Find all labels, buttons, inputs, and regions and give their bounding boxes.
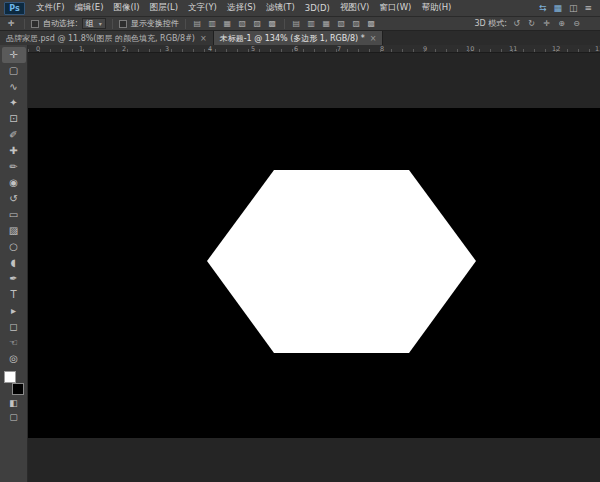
path-selection-tool[interactable]: ▸ [2,303,26,319]
move-tool[interactable]: ✛ [2,47,26,63]
show-transform-label: 显示变换控件 [131,18,179,29]
auto-select-label: 自动选择: [43,18,78,29]
align-bottom-icon[interactable]: ▩ [267,19,278,28]
menu-layer[interactable]: 图层(L) [145,0,183,16]
dodge-tool[interactable]: ◖ [2,255,26,271]
menu-file[interactable]: 文件(F) [31,0,70,16]
healing-brush-tool[interactable]: ✚ [2,143,26,159]
distribute-bottom-icon[interactable]: ▦ [321,19,332,28]
ruler-mark: 5 [251,45,255,53]
ruler-mark: 4 [208,45,212,53]
photoshop-logo: Ps [4,2,25,15]
align-left-icon[interactable]: ▤ [192,19,203,28]
distribute-left-icon[interactable]: ▧ [336,19,347,28]
tab-title: 品牌家居.psd @ 11.8%(图层 的颜色填充, RGB/8#) [6,33,195,44]
eraser-tool[interactable]: ▭ [2,207,26,223]
gradient-tool[interactable]: ▨ [2,223,26,239]
auto-select-dropdown[interactable]: 组 ▾ [82,18,106,29]
bridge-icon[interactable]: ⇆ [539,3,547,13]
menu-window[interactable]: 窗口(W) [374,0,416,16]
quick-mask-icon[interactable]: ◧ [2,396,26,410]
align-middle-icon[interactable]: ▨ [252,19,263,28]
lasso-tool[interactable]: ∿ [2,79,26,95]
brush-tool[interactable]: ✏ [2,159,26,175]
eyedropper-tool[interactable]: ✐ [2,127,26,143]
3d-slide-icon[interactable]: ⊕ [556,19,567,28]
tab-title: 未标题-1 @ 134% (多边形 1, RGB/8) * [220,33,365,44]
ruler-mark: 8 [380,45,384,53]
align-top-icon[interactable]: ▧ [237,19,248,28]
distribute-center-icon[interactable]: ▨ [351,19,362,28]
3d-mode-label: 3D 模式: [475,18,508,29]
distribute-middle-icon[interactable]: ▥ [306,19,317,28]
menu-filter[interactable]: 滤镜(T) [261,0,300,16]
ruler-mark: 11 [509,45,517,53]
distribute-top-icon[interactable]: ▤ [291,19,302,28]
menu-image[interactable]: 图像(I) [109,0,145,16]
history-brush-tool[interactable]: ↺ [2,191,26,207]
hexagon-shape[interactable] [207,170,476,353]
separator [24,19,25,29]
menu-3d[interactable]: 3D(D) [300,0,335,16]
distribute-right-icon[interactable]: ▩ [366,19,377,28]
document-tab-inactive[interactable]: 品牌家居.psd @ 11.8%(图层 的颜色填充, RGB/8#) × [0,31,214,45]
tools-panel: ✛ ▢ ∿ ✦ ⊡ ✐ ✚ ✏ ◉ ↺ ▭ ▨ ○ ◖ ✒ T ▸ ◻ ☜ ◎ … [0,45,28,482]
workspace-switcher-icon[interactable]: ≡ [584,3,592,13]
hand-tool[interactable]: ☜ [2,335,26,351]
menu-edit[interactable]: 编辑(E) [70,0,109,16]
arrange-documents-icon[interactable]: ◫ [569,3,578,13]
3d-drag-icon[interactable]: ✛ [541,19,552,28]
view-extras-icon[interactable]: ▦ [553,3,562,13]
auto-select-checkbox[interactable] [31,20,39,28]
foreground-color-swatch[interactable] [4,371,16,383]
auto-select-value: 组 [86,18,94,29]
canvas-artwork [28,108,600,438]
ruler-mark: 9 [423,45,427,53]
chevron-down-icon: ▾ [99,20,102,27]
ruler-mark: 2 [122,45,126,53]
document-canvas[interactable] [28,108,600,438]
separator [185,19,186,29]
marquee-tool[interactable]: ▢ [2,63,26,79]
close-icon[interactable]: × [200,34,207,43]
show-transform-checkbox[interactable] [119,20,127,28]
type-tool[interactable]: T [2,287,26,303]
blur-tool[interactable]: ○ [2,239,26,255]
menu-type[interactable]: 文字(Y) [183,0,222,16]
menu-bar-right: ⇆ ▦ ◫ ≡ [539,3,600,13]
align-center-icon[interactable]: ▥ [207,19,218,28]
3d-scale-icon[interactable]: ⊖ [571,19,582,28]
separator [112,19,113,29]
quick-selection-tool[interactable]: ✦ [2,95,26,111]
3d-rotate-icon[interactable]: ↺ [511,19,522,28]
ruler-mark: 10 [466,45,474,53]
ruler-mark: 0 [36,45,40,53]
background-color-swatch[interactable] [12,383,24,395]
document-tab-active[interactable]: 未标题-1 @ 134% (多边形 1, RGB/8) * × [214,31,384,45]
ruler-mark: 1 [79,45,83,53]
horizontal-ruler[interactable]: 0 1 2 3 4 5 6 7 8 9 10 11 12 13 [28,45,600,53]
ruler-mark: 12 [552,45,560,53]
align-right-icon[interactable]: ▦ [222,19,233,28]
3d-roll-icon[interactable]: ↻ [526,19,537,28]
close-icon[interactable]: × [370,34,377,43]
current-tool-icon: ✛ [4,19,18,28]
menu-view[interactable]: 视图(V) [335,0,374,16]
ruler-mark: 13 [595,45,600,53]
separator [284,19,285,29]
workspace: ✛ ▢ ∿ ✦ ⊡ ✐ ✚ ✏ ◉ ↺ ▭ ▨ ○ ◖ ✒ T ▸ ◻ ☜ ◎ … [0,45,600,482]
screen-mode-icon[interactable]: ▢ [2,410,26,424]
menu-bar: Ps 文件(F) 编辑(E) 图像(I) 图层(L) 文字(Y) 选择(S) 滤… [0,0,600,17]
pasteboard [28,53,600,482]
clone-stamp-tool[interactable]: ◉ [2,175,26,191]
zoom-tool[interactable]: ◎ [2,351,26,367]
ruler-mark: 7 [337,45,341,53]
ruler-mark: 6 [294,45,298,53]
editor-area: 0 1 2 3 4 5 6 7 8 9 10 11 12 13 [28,45,600,482]
menu-help[interactable]: 帮助(H) [416,0,456,16]
color-swatches [2,370,26,396]
menu-select[interactable]: 选择(S) [222,0,261,16]
shape-tool[interactable]: ◻ [2,319,26,335]
crop-tool[interactable]: ⊡ [2,111,26,127]
pen-tool[interactable]: ✒ [2,271,26,287]
